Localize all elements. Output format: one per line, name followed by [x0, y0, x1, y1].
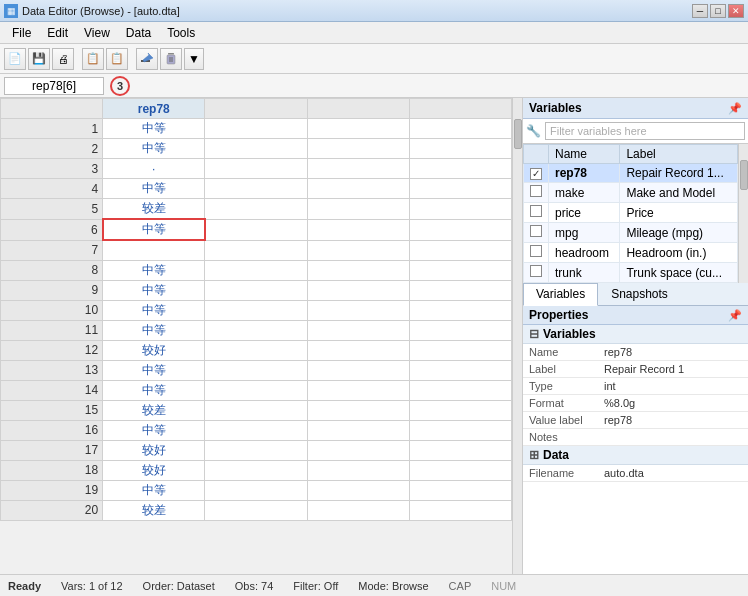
table-row[interactable]: 中等 [103, 119, 205, 139]
table-row[interactable] [307, 199, 409, 220]
table-row[interactable]: 较差 [103, 500, 205, 520]
var-checkbox-cell[interactable] [524, 223, 549, 243]
variables-group-header[interactable]: ⊟ Variables [523, 325, 748, 344]
var-checkbox[interactable]: ✓ [530, 168, 542, 180]
table-row[interactable]: · [103, 159, 205, 179]
table-row[interactable]: 中等 [103, 139, 205, 159]
table-row[interactable] [205, 380, 307, 400]
new-button[interactable]: 📄 [4, 48, 26, 70]
table-row[interactable] [205, 480, 307, 500]
table-row[interactable] [205, 340, 307, 360]
var-checkbox-cell[interactable] [524, 263, 549, 283]
var-name[interactable]: rep78 [549, 164, 620, 183]
edit-button[interactable] [136, 48, 158, 70]
table-row[interactable]: 中等 [103, 260, 205, 280]
table-row[interactable] [103, 240, 205, 260]
table-row[interactable]: 中等 [103, 320, 205, 340]
table-row[interactable]: 较差 [103, 199, 205, 220]
table-row[interactable] [307, 219, 409, 240]
cell-reference[interactable]: rep78[6] [4, 77, 104, 95]
table-row[interactable] [205, 360, 307, 380]
var-name[interactable]: trunk [549, 263, 620, 283]
menu-edit[interactable]: Edit [39, 24, 76, 42]
table-row[interactable] [205, 240, 307, 260]
table-row[interactable] [409, 440, 511, 460]
variables-scroll[interactable]: Name Label ✓rep78Repair Record 1...makeM… [523, 144, 738, 283]
table-row[interactable] [307, 420, 409, 440]
col-header-rep78[interactable]: rep78 [103, 99, 205, 119]
edit-circle[interactable]: 3 [110, 76, 130, 96]
var-checkbox[interactable] [530, 185, 542, 197]
table-row[interactable]: 较好 [103, 340, 205, 360]
table-row[interactable]: 中等 [103, 300, 205, 320]
table-row[interactable] [409, 340, 511, 360]
table-row[interactable] [307, 280, 409, 300]
var-checkbox-cell[interactable] [524, 243, 549, 263]
copy-button[interactable]: 📋 [82, 48, 104, 70]
table-row[interactable] [205, 300, 307, 320]
tab-snapshots[interactable]: Snapshots [598, 283, 681, 305]
table-row[interactable] [205, 219, 307, 240]
var-checkbox[interactable] [530, 225, 542, 237]
table-row[interactable] [307, 380, 409, 400]
data-group-header[interactable]: ⊞ Data [523, 446, 748, 465]
table-row[interactable]: 中等 [103, 380, 205, 400]
tab-variables[interactable]: Variables [523, 283, 598, 306]
table-row[interactable] [409, 199, 511, 220]
table-row[interactable] [307, 260, 409, 280]
table-row[interactable] [307, 440, 409, 460]
table-row[interactable] [307, 179, 409, 199]
table-row[interactable] [205, 440, 307, 460]
table-row[interactable] [307, 119, 409, 139]
data-grid-scroll[interactable]: rep78 1中等2中等3·4中等5较差6中等78中等9中等10中等11中等12… [0, 98, 512, 574]
table-row[interactable] [307, 240, 409, 260]
table-row[interactable] [409, 420, 511, 440]
var-checkbox-cell[interactable] [524, 203, 549, 223]
var-name[interactable]: headroom [549, 243, 620, 263]
table-row[interactable] [307, 300, 409, 320]
table-row[interactable] [409, 360, 511, 380]
table-row[interactable] [409, 460, 511, 480]
table-row[interactable] [409, 480, 511, 500]
table-row[interactable]: 中等 [103, 219, 205, 240]
minimize-button[interactable]: ─ [692, 4, 708, 18]
table-row[interactable] [307, 360, 409, 380]
table-row[interactable] [205, 119, 307, 139]
table-row[interactable] [205, 159, 307, 179]
table-row[interactable] [409, 280, 511, 300]
table-row[interactable]: 较好 [103, 440, 205, 460]
grid-scrollbar[interactable] [512, 98, 522, 574]
table-row[interactable] [409, 500, 511, 520]
table-row[interactable] [307, 460, 409, 480]
paste-button[interactable]: 📋 [106, 48, 128, 70]
table-row[interactable] [409, 139, 511, 159]
table-row[interactable] [205, 179, 307, 199]
table-row[interactable] [409, 260, 511, 280]
maximize-button[interactable]: □ [710, 4, 726, 18]
pin-icon[interactable]: 📌 [728, 102, 742, 115]
vars-scrollbar[interactable] [738, 144, 748, 283]
save-button[interactable]: 💾 [28, 48, 50, 70]
var-checkbox[interactable] [530, 265, 542, 277]
menu-tools[interactable]: Tools [159, 24, 203, 42]
menu-file[interactable]: File [4, 24, 39, 42]
var-name[interactable]: make [549, 183, 620, 203]
table-row[interactable] [409, 159, 511, 179]
var-checkbox[interactable] [530, 245, 542, 257]
table-row[interactable] [205, 500, 307, 520]
table-row[interactable] [409, 119, 511, 139]
table-row[interactable] [409, 219, 511, 240]
table-row[interactable] [307, 500, 409, 520]
table-row[interactable] [205, 139, 307, 159]
table-row[interactable] [409, 320, 511, 340]
table-row[interactable]: 较好 [103, 460, 205, 480]
table-row[interactable] [409, 179, 511, 199]
var-checkbox-cell[interactable]: ✓ [524, 164, 549, 183]
var-name[interactable]: mpg [549, 223, 620, 243]
table-row[interactable] [205, 280, 307, 300]
table-row[interactable] [205, 320, 307, 340]
vars-scroll-thumb[interactable] [740, 160, 748, 190]
table-row[interactable]: 中等 [103, 280, 205, 300]
table-row[interactable] [307, 139, 409, 159]
table-row[interactable] [307, 480, 409, 500]
